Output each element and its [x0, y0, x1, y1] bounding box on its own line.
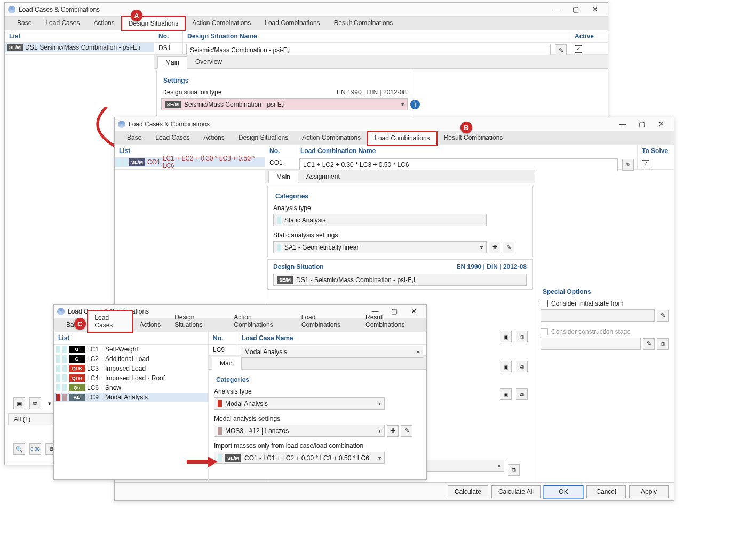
info-icon[interactable]: i — [410, 100, 420, 109]
app-icon — [57, 308, 65, 315]
tab-result-combinations[interactable]: Result Combinations — [359, 310, 426, 332]
type-tag: SE/M — [165, 101, 181, 108]
subtab-assignment[interactable]: Assignment — [298, 170, 348, 183]
calculate-all-button[interactable]: Calculate All — [491, 485, 541, 498]
swatch-icon — [62, 355, 67, 363]
tab-design-situations[interactable]: Design Situations — [232, 131, 295, 145]
tab-base[interactable]: Base — [120, 131, 148, 145]
list-item[interactable]: SE/M CO1 LC1 + LC2 + 0.30 * LC3 + 0.50 *… — [115, 157, 265, 167]
tool-icon[interactable]: ▣ — [500, 361, 512, 372]
type-dropdown[interactable]: SE/M Seismic/Mass Combination - psi-E,i … — [161, 98, 408, 110]
list-item[interactable]: QsLC6Snow — [54, 383, 208, 393]
tab-load-combinations[interactable]: Load Combinations — [368, 131, 436, 145]
solve-header: To Solve — [638, 145, 674, 157]
analysis-label: Analysis type — [273, 202, 527, 214]
cancel-button[interactable]: Cancel — [586, 485, 626, 498]
search-icon[interactable]: 🔍 — [13, 443, 25, 455]
ds-standard: EN 1990 | DIN | 2012-08 — [457, 263, 527, 270]
maximize-button[interactable]: ▢ — [566, 3, 585, 16]
tab-load-cases[interactable]: Load Cases — [38, 16, 86, 30]
analysis-dropdown[interactable]: Modal Analysis ▾ — [214, 397, 385, 410]
analysis-dropdown[interactable]: Static Analysis — [273, 214, 487, 226]
opt1-checkbox[interactable] — [541, 300, 548, 307]
edit-icon[interactable]: ✎ — [401, 425, 412, 437]
tab-result-combinations[interactable]: Result Combinations — [327, 16, 400, 30]
calculate-button[interactable]: Calculate — [448, 485, 488, 498]
tab-actions[interactable]: Actions — [133, 318, 168, 332]
new-icon[interactable]: ✚ — [489, 242, 500, 253]
list-name: Additional Load — [105, 355, 149, 363]
import-dropdown[interactable]: SE/M CO1 - LC1 + LC2 + 0.30 * LC3 + 0.50… — [214, 452, 385, 464]
subtab-overview[interactable]: Overview — [187, 55, 230, 68]
tab-load-cases[interactable]: Load Cases — [148, 131, 196, 145]
close-button[interactable]: ✕ — [585, 3, 605, 16]
solve-checkbox[interactable]: ✓ — [642, 160, 649, 167]
tab-base[interactable]: Base — [10, 16, 38, 30]
tab-load-cases[interactable]: Load Cases — [88, 311, 132, 332]
maximize-button[interactable]: ▢ — [632, 118, 651, 131]
edit-icon[interactable]: ✎ — [503, 242, 514, 253]
list-item[interactable]: SE/M DS1 Seismic/Mass Combination - psi-… — [5, 43, 154, 52]
tabbar-b: Base Load Cases Actions Design Situation… — [115, 131, 674, 145]
tool-icon[interactable]: ▣ — [500, 388, 512, 400]
edit-icon[interactable]: ✎ — [643, 338, 655, 350]
tab-action-combinations[interactable]: Action Combinations — [185, 16, 258, 30]
list-item[interactable]: QI HLC4Imposed Load - Roof — [54, 373, 208, 383]
sas-value: SA1 - Geometrically linear — [284, 244, 359, 251]
active-checkbox[interactable]: ✓ — [575, 45, 582, 53]
tab-actions[interactable]: Actions — [86, 16, 121, 30]
tab-load-combinations[interactable]: Load Combinations — [258, 16, 327, 30]
list-code: CO1 — [147, 158, 161, 166]
subtab-main[interactable]: Main — [212, 357, 242, 370]
list-item[interactable]: GLC1Self-Weight — [54, 345, 208, 354]
mas-dropdown[interactable]: MOS3 - #12 | Lanczos ▾ — [214, 425, 385, 437]
dropdown-icon[interactable]: ▾ — [45, 397, 54, 409]
edit-icon[interactable]: ✎ — [555, 44, 567, 56]
subtab-main[interactable]: Main — [157, 56, 187, 69]
close-button[interactable]: ✕ — [651, 118, 671, 131]
tool-icon[interactable]: ⧉ — [516, 331, 528, 342]
no-value: LC9 — [209, 345, 237, 355]
list-code: LC6 — [87, 384, 103, 391]
analysis-value: Modal Analysis — [225, 400, 268, 407]
units-icon[interactable]: 0.00 — [29, 443, 41, 455]
edit-icon[interactable]: ✎ — [657, 310, 669, 322]
edit-icon[interactable]: ✎ — [622, 159, 634, 171]
copy-icon[interactable]: ⧉ — [29, 397, 41, 409]
edit-icon[interactable]: ⧉ — [657, 338, 669, 350]
subtab-main[interactable]: Main — [268, 171, 298, 183]
list-item[interactable]: QI BLC3Imposed Load — [54, 364, 208, 373]
swatch-icon — [56, 355, 60, 363]
tool-icon[interactable]: ▣ — [500, 331, 512, 342]
list-item[interactable]: GLC2Additional Load — [54, 354, 208, 364]
ok-button[interactable]: OK — [544, 485, 583, 498]
tab-actions[interactable]: Actions — [196, 131, 231, 145]
list-item[interactable]: AELC9Modal Analysis — [54, 393, 208, 402]
tab-action-combinations[interactable]: Action Combinations — [227, 310, 294, 332]
swatch-icon — [56, 365, 60, 372]
name-header: Design Situation Name — [183, 30, 570, 43]
name-dropdown[interactable]: Modal Analysis ▾ — [241, 346, 423, 358]
list-name: Snow — [105, 384, 121, 391]
opt1-dropdown[interactable] — [541, 309, 655, 322]
list-tag: QI H — [69, 374, 85, 382]
ds-dropdown[interactable]: SE/M DS1 - Seismic/Mass Combination - ps… — [273, 274, 527, 286]
sas-dropdown[interactable]: SA1 - Geometrically linear ▾ — [273, 241, 487, 253]
tab-design-situations[interactable]: Design Situations — [122, 17, 185, 30]
apply-button[interactable]: Apply — [629, 485, 669, 498]
copy-icon[interactable]: ⧉ — [508, 464, 520, 476]
new-icon[interactable]: ▣ — [13, 397, 25, 409]
tab-design-situations[interactable]: Design Situations — [168, 310, 227, 332]
tab-load-combinations[interactable]: Load Combinations — [295, 310, 359, 332]
tool-icon[interactable]: ⧉ — [516, 361, 528, 372]
list-text: LC1 + LC2 + 0.30 * LC3 + 0.50 * LC6 — [163, 155, 263, 170]
minimize-button[interactable]: — — [613, 118, 632, 131]
tab-result-combinations[interactable]: Result Combinations — [437, 131, 510, 145]
tool-icon[interactable]: ⧉ — [516, 388, 528, 400]
tab-action-combinations[interactable]: Action Combinations — [295, 131, 368, 145]
list-tag: SE/M — [129, 158, 145, 166]
ds-tag: SE/M — [277, 276, 293, 284]
new-icon[interactable]: ✚ — [387, 425, 399, 437]
callout-a: A — [131, 10, 142, 21]
minimize-button[interactable]: — — [547, 3, 566, 16]
